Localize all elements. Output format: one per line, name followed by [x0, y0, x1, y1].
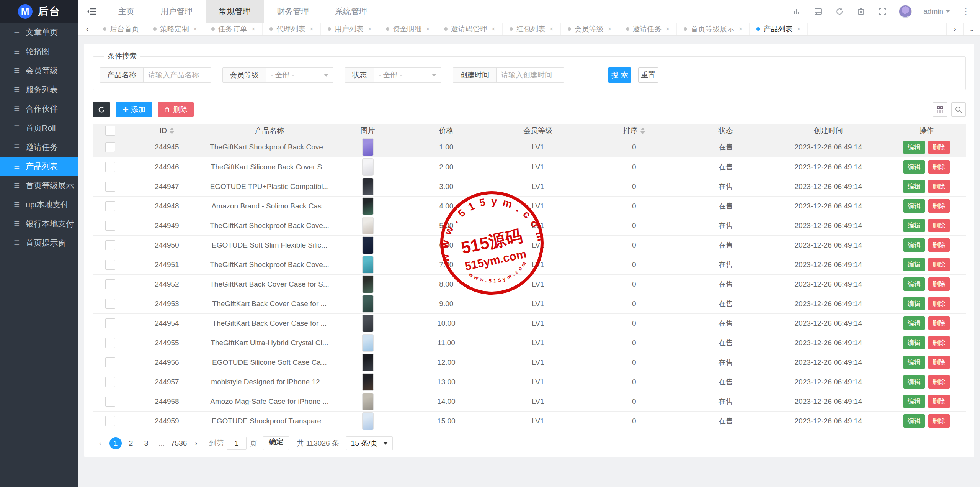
select-all-checkbox[interactable]	[105, 126, 115, 136]
close-icon[interactable]: ×	[797, 25, 800, 33]
delete-row-button[interactable]: 删除	[928, 356, 950, 369]
row-checkbox[interactable]	[105, 221, 115, 231]
edit-button[interactable]: 编辑	[903, 199, 925, 213]
edit-button[interactable]: 编辑	[903, 414, 925, 428]
close-icon[interactable]: ×	[492, 25, 495, 33]
level-select[interactable]: - 全部 -	[266, 68, 333, 82]
edit-button[interactable]: 编辑	[903, 375, 925, 389]
tabs-scroll-right-button[interactable]: ›	[946, 23, 963, 35]
delete-row-button[interactable]: 删除	[928, 375, 950, 389]
page-button-7536[interactable]: 7536	[171, 437, 187, 449]
row-checkbox[interactable]	[105, 201, 115, 211]
trash-icon[interactable]	[856, 7, 866, 16]
delete-row-button[interactable]: 删除	[928, 395, 950, 408]
delete-row-button[interactable]: 删除	[928, 141, 950, 154]
edit-button[interactable]: 编辑	[903, 277, 925, 291]
page-button-1[interactable]: 1	[109, 437, 122, 449]
tab-首页等级展示[interactable]: 首页等级展示×	[677, 23, 750, 35]
sidebar-item-产品列表[interactable]: ☰产品列表	[0, 157, 78, 176]
tab-邀请任务[interactable]: 邀请任务×	[619, 23, 677, 35]
avatar[interactable]	[899, 5, 912, 18]
page-button-3[interactable]: 3	[140, 437, 152, 449]
search-columns-button[interactable]	[951, 102, 966, 117]
tab-后台首页[interactable]: 后台首页	[96, 23, 146, 35]
tab-策略定制[interactable]: 策略定制×	[146, 23, 204, 35]
delete-row-button[interactable]: 删除	[928, 414, 950, 428]
sidebar-item-首页Roll[interactable]: ☰首页Roll	[0, 118, 78, 138]
close-icon[interactable]: ×	[550, 25, 554, 33]
row-checkbox[interactable]	[105, 182, 115, 192]
row-checkbox[interactable]	[105, 279, 115, 289]
reset-button[interactable]: 重置	[638, 67, 658, 83]
sidebar-item-邀请任务[interactable]: ☰邀请任务	[0, 138, 78, 157]
more-menu-icon[interactable]: ⋮	[962, 10, 970, 13]
close-icon[interactable]: ×	[666, 25, 670, 33]
status-select[interactable]: - 全部 -	[374, 68, 441, 82]
row-checkbox[interactable]	[105, 338, 115, 348]
product-name-input[interactable]	[148, 71, 206, 79]
next-page-button[interactable]: ›	[190, 437, 202, 449]
delete-row-button[interactable]: 删除	[928, 277, 950, 291]
close-icon[interactable]: ×	[310, 25, 314, 33]
add-button[interactable]: ✚ 添加	[116, 102, 152, 117]
created-time-input[interactable]	[501, 71, 559, 79]
sidebar-item-银行本地支付[interactable]: ☰银行本地支付	[0, 214, 78, 233]
clear-cache-icon[interactable]	[813, 7, 823, 16]
close-icon[interactable]: ×	[193, 25, 197, 33]
nav-item-用户管理[interactable]: 用户管理	[147, 0, 206, 23]
refresh-table-button[interactable]	[93, 102, 110, 117]
close-icon[interactable]: ×	[738, 25, 742, 33]
tab-会员等级[interactable]: 会员等级×	[561, 23, 619, 35]
close-icon[interactable]: ×	[426, 25, 430, 33]
sort-icon[interactable]	[640, 128, 645, 134]
edit-button[interactable]: 编辑	[903, 395, 925, 408]
sidebar-item-轮播图[interactable]: ☰轮播图	[0, 42, 78, 61]
goto-page-input[interactable]	[227, 437, 247, 450]
tab-任务订单[interactable]: 任务订单×	[204, 23, 263, 35]
user-menu[interactable]: admin	[923, 7, 950, 16]
tabs-scroll-left-button[interactable]: ‹	[78, 23, 96, 35]
prev-page-button[interactable]: ‹	[94, 437, 106, 449]
sort-icon[interactable]	[170, 128, 174, 134]
edit-button[interactable]: 编辑	[903, 141, 925, 154]
sidebar-collapse-button[interactable]	[78, 0, 105, 23]
stats-icon[interactable]	[792, 7, 802, 16]
sidebar-item-首页提示窗[interactable]: ☰首页提示窗	[0, 233, 78, 253]
row-checkbox[interactable]	[105, 142, 115, 152]
delete-row-button[interactable]: 删除	[928, 316, 950, 330]
refresh-icon[interactable]	[835, 7, 844, 16]
sidebar-item-文章单页[interactable]: ☰文章单页	[0, 23, 78, 42]
row-checkbox[interactable]	[105, 162, 115, 172]
tab-产品列表[interactable]: 产品列表×	[750, 23, 808, 35]
row-checkbox[interactable]	[105, 397, 115, 407]
columns-toggle-button[interactable]	[933, 102, 947, 117]
tabs-menu-button[interactable]: ⌄	[963, 23, 980, 35]
page-size-select[interactable]: 15 条/页	[346, 436, 393, 450]
tab-邀请码管理[interactable]: 邀请码管理×	[437, 23, 503, 35]
row-checkbox[interactable]	[105, 377, 115, 387]
tab-资金明细[interactable]: 资金明细×	[379, 23, 437, 35]
edit-button[interactable]: 编辑	[903, 180, 925, 193]
close-icon[interactable]: ×	[608, 25, 612, 33]
sidebar-item-upi本地支付[interactable]: ☰upi本地支付	[0, 195, 78, 214]
sidebar-item-合作伙伴[interactable]: ☰合作伙伴	[0, 99, 78, 118]
sidebar-item-会员等级[interactable]: ☰会员等级	[0, 61, 78, 80]
row-checkbox[interactable]	[105, 240, 115, 250]
sidebar-item-首页等级展示[interactable]: ☰首页等级展示	[0, 176, 78, 195]
nav-item-财务管理[interactable]: 财务管理	[264, 0, 322, 23]
tab-红包列表[interactable]: 红包列表×	[503, 23, 561, 35]
edit-button[interactable]: 编辑	[903, 238, 925, 252]
delete-row-button[interactable]: 删除	[928, 258, 950, 271]
delete-row-button[interactable]: 删除	[928, 238, 950, 252]
tab-代理列表[interactable]: 代理列表×	[263, 23, 321, 35]
edit-button[interactable]: 编辑	[903, 160, 925, 174]
delete-row-button[interactable]: 删除	[928, 336, 950, 349]
edit-button[interactable]: 编辑	[903, 336, 925, 349]
edit-button[interactable]: 编辑	[903, 219, 925, 232]
search-button[interactable]: 搜 索	[608, 67, 631, 83]
row-checkbox[interactable]	[105, 357, 115, 367]
row-checkbox[interactable]	[105, 318, 115, 328]
delete-row-button[interactable]: 删除	[928, 297, 950, 310]
nav-item-常规管理[interactable]: 常规管理	[206, 0, 264, 23]
batch-delete-button[interactable]: 删除	[158, 102, 194, 117]
